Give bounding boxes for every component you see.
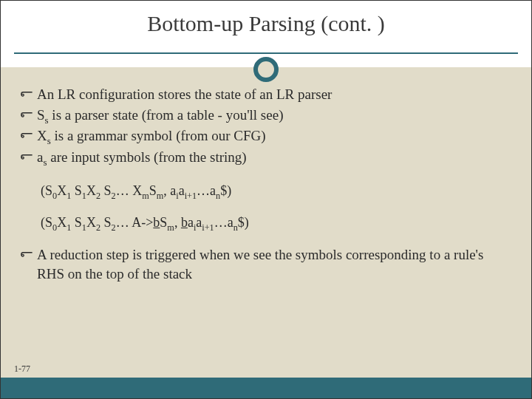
title-underline bbox=[14, 52, 518, 54]
config-line-1: (S0X1 S1X2 S2… XmSm, aiai+1…an$) bbox=[41, 182, 512, 200]
config-line-2: (S0X1 S1X2 S2… A->bSm, baiai+1…an$) bbox=[41, 214, 512, 232]
bullet-item-5: ൳ A reduction step is triggered when we … bbox=[20, 245, 512, 284]
bullet-text: as are input symbols (from the string) bbox=[37, 148, 512, 167]
bullet-item-2: ൳ Ss is a parser state (from a table - y… bbox=[20, 106, 512, 125]
footer-strip bbox=[1, 378, 531, 398]
bullet-item-1: ൳ An LR configuration stores the state o… bbox=[20, 85, 512, 104]
bullet-text: Xs is a grammar symbol (from our CFG) bbox=[37, 126, 512, 146]
bullet-mark-icon: ൳ bbox=[20, 148, 33, 167]
bullet-mark-icon: ൳ bbox=[20, 245, 33, 265]
title-area: Bottom-up Parsing (cont. ) bbox=[1, 1, 531, 67]
slide: Bottom-up Parsing (cont. ) ൳ An LR confi… bbox=[0, 0, 532, 399]
bullet-mark-icon: ൳ bbox=[20, 106, 33, 125]
bullet-list: ൳ An LR configuration stores the state o… bbox=[20, 85, 512, 284]
bullet-text: A reduction step is triggered when we se… bbox=[37, 245, 512, 284]
slide-title: Bottom-up Parsing (cont. ) bbox=[1, 1, 531, 36]
configuration-block: (S0X1 S1X2 S2… XmSm, aiai+1…an$) (S0X1 S… bbox=[41, 182, 512, 232]
bullet-item-3: ൳ Xs is a grammar symbol (from our CFG) bbox=[20, 126, 512, 146]
body-area: ൳ An LR configuration stores the state o… bbox=[1, 67, 531, 378]
title-circle-ornament bbox=[253, 57, 279, 82]
bullet-text: Ss is a parser state (from a table - you… bbox=[37, 106, 512, 125]
bullet-item-4: ൳ as are input symbols (from the string) bbox=[20, 148, 512, 167]
bullet-text: An LR configuration stores the state of … bbox=[37, 85, 512, 104]
bullet-mark-icon: ൳ bbox=[20, 85, 33, 104]
bullet-mark-icon: ൳ bbox=[20, 126, 33, 146]
page-number: 1-77 bbox=[14, 364, 30, 375]
